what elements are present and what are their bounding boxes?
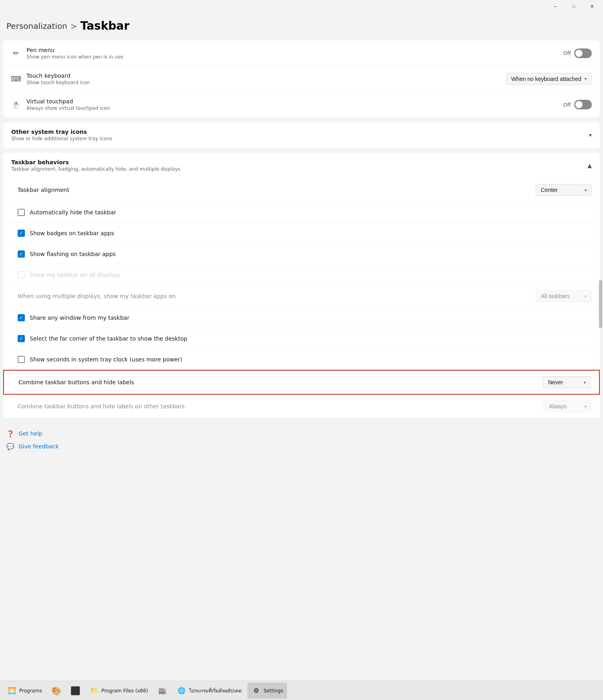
give-feedback-link[interactable]: 💬 Give feedback — [6, 442, 597, 450]
title-bar: ─ □ ✕ — [0, 0, 603, 13]
pen-menu-row: ✏️ Pen menu Show pen menu icon when pen … — [3, 40, 600, 66]
black-icon — [71, 686, 80, 695]
select-far-corner-row: Select the far corner of the taskbar to … — [3, 328, 600, 349]
auto-hide-label: Automatically hide the taskbar — [30, 209, 116, 216]
chevron-down-icon: ▾ — [585, 77, 587, 81]
taskbar-behaviors-header[interactable]: Taskbar behaviors Taskbar alignment, bad… — [3, 153, 600, 178]
combine-buttons-label: Combine taskbar buttons and hide labels — [18, 379, 134, 385]
touch-keyboard-dropdown[interactable]: When no keyboard attached ▾ — [506, 73, 592, 85]
select-far-corner-checkbox[interactable] — [18, 335, 25, 342]
browser-icon: 🌐 — [177, 686, 186, 696]
touchpad-icon: 🖱️ — [11, 100, 21, 109]
pen-menu-toggle[interactable] — [574, 48, 592, 58]
taskbar-behaviors-desc: Taskbar alignment, badging, automaticall… — [11, 166, 180, 172]
scrollbar-thumb[interactable] — [599, 280, 602, 328]
taskbar-app-settings[interactable]: ⚙️ Settings — [247, 683, 287, 699]
system-tray-title: Other system tray icons — [11, 129, 112, 135]
taskbar-behaviors-title: Taskbar behaviors — [11, 159, 180, 165]
program-files-label: Program Files (x86) — [101, 688, 148, 694]
show-badges-label: Show badges on taskbar apps — [30, 230, 114, 236]
system-tray-section: Other system tray icons Show or hide add… — [3, 122, 600, 148]
taskbar-behaviors-collapse-icon: ▲ — [587, 162, 592, 169]
scrollbar[interactable] — [598, 26, 603, 662]
share-window-checkbox[interactable] — [18, 314, 25, 321]
browser-label: โปรแกรมที่เริ่มต้ลอยัปเดต — [189, 687, 242, 694]
taskbar-app-program-files[interactable]: 📁 Program Files (x86) — [85, 683, 152, 699]
virtual-touchpad-state-label: Off — [563, 102, 571, 108]
show-flashing-checkbox[interactable] — [18, 250, 25, 258]
virtual-touchpad-desc: Always show virtual touchpad icon — [26, 105, 110, 111]
close-button[interactable]: ✕ — [583, 0, 601, 13]
chevron-down-icon: ▾ — [584, 380, 586, 385]
get-help-link[interactable]: ❓ Get help — [6, 430, 597, 438]
show-seconds-checkbox[interactable] — [18, 356, 25, 363]
taskbar-app-black[interactable] — [67, 683, 84, 699]
pen-menu-title: Pen menu — [26, 47, 123, 53]
corner-icons-section: ✏️ Pen menu Show pen menu icon when pen … — [3, 40, 600, 117]
breadcrumb-parent[interactable]: Personalization — [6, 21, 67, 31]
programs-label: Programs — [19, 688, 42, 694]
select-far-corner-label: Select the far corner of the taskbar to … — [30, 335, 187, 342]
taskbar-alignment-row: Taskbar alignment Center ▾ — [3, 178, 600, 202]
show-badges-row: Show badges on taskbar apps — [3, 223, 600, 244]
system-tray-expand-icon: ▾ — [589, 132, 592, 138]
show-badges-checkbox[interactable] — [18, 230, 25, 237]
combine-buttons-row: Combine taskbar buttons and hide labels … — [3, 370, 600, 395]
combine-other-label: Combine taskbar buttons and hide labels … — [18, 403, 184, 410]
settings-cog-icon: ⚙️ — [251, 686, 261, 696]
chevron-down-icon: ▾ — [585, 294, 587, 299]
combine-other-row: Combine taskbar buttons and hide labels … — [3, 395, 600, 418]
system-tray-desc: Show or hide additional system tray icon… — [11, 136, 112, 141]
auto-hide-row: Automatically hide the taskbar — [3, 202, 600, 223]
virtual-touchpad-toggle[interactable] — [574, 100, 592, 109]
taskbar-app-store[interactable]: 🏬 — [154, 683, 171, 699]
settings-label: Settings — [263, 688, 283, 694]
colorful-icon: 🎨 — [52, 686, 61, 696]
taskbar-app-browser[interactable]: 🌐 โปรแกรมที่เริ่มต้ลอยัปเดต — [173, 683, 246, 699]
multiple-displays-label: When using multiple displays, show my ta… — [18, 293, 176, 299]
share-window-label: Share any window from my taskbar — [30, 315, 130, 321]
breadcrumb-current: Taskbar — [80, 19, 129, 32]
minimize-button[interactable]: ─ — [546, 0, 565, 13]
auto-hide-checkbox[interactable] — [18, 209, 25, 216]
multiple-displays-row: When using multiple displays, show my ta… — [3, 285, 600, 307]
give-feedback-icon: 💬 — [6, 442, 14, 450]
taskbar-app-colorful[interactable]: 🎨 — [48, 683, 65, 699]
system-tray-header[interactable]: Other system tray icons Show or hide add… — [3, 122, 600, 148]
pen-menu-state-label: Off — [563, 50, 571, 56]
keyboard-icon: ⌨️ — [11, 74, 21, 84]
show-flashing-row: Show flashing on taskbar apps — [3, 244, 600, 264]
help-section: ❓ Get help 💬 Give feedback — [3, 423, 600, 457]
combine-buttons-dropdown[interactable]: Never ▾ — [543, 376, 591, 388]
touch-keyboard-title: Touch keyboard — [26, 73, 90, 79]
show-all-displays-checkbox[interactable] — [18, 271, 25, 278]
show-seconds-row: Show seconds in system tray clock (uses … — [3, 349, 600, 370]
maximize-button[interactable]: □ — [565, 0, 583, 13]
folder-yellow-icon: 📁 — [89, 686, 99, 696]
breadcrumb-separator: > — [71, 21, 77, 31]
multiple-displays-dropdown[interactable]: All taskbars ▾ — [536, 290, 592, 302]
virtual-touchpad-row: 🖱️ Virtual touchpad Always show virtual … — [3, 92, 600, 117]
taskbar-app-programs[interactable]: 🌅 Programs — [3, 683, 46, 699]
programs-icon: 🌅 — [7, 686, 17, 696]
pen-icon: ✏️ — [11, 48, 21, 58]
taskbar-alignment-dropdown[interactable]: Center ▾ — [536, 184, 592, 196]
show-all-displays-label: Show my taskbar on all displays — [30, 272, 120, 278]
get-help-label: Get help — [18, 430, 42, 437]
virtual-touchpad-title: Virtual touchpad — [26, 98, 110, 105]
store-icon: 🏬 — [158, 686, 167, 696]
taskbar-behaviors-section: Taskbar behaviors Taskbar alignment, bad… — [3, 153, 600, 418]
pen-menu-desc: Show pen menu icon when pen is in use — [26, 54, 123, 60]
touch-keyboard-desc: Show touch keyboard icon — [26, 80, 90, 85]
taskbar-bar: 🌅 Programs 🎨 📁 Program Files (x86) 🏬 🌐 โ… — [0, 681, 603, 700]
chevron-down-icon: ▾ — [585, 188, 587, 192]
show-flashing-label: Show flashing on taskbar apps — [30, 251, 116, 257]
share-window-row: Share any window from my taskbar — [3, 307, 600, 328]
taskbar-alignment-label: Taskbar alignment — [18, 187, 69, 193]
touch-keyboard-row: ⌨️ Touch keyboard Show touch keyboard ic… — [3, 66, 600, 92]
chevron-down-icon: ▾ — [585, 404, 587, 409]
give-feedback-label: Give feedback — [18, 443, 59, 450]
breadcrumb: Personalization > Taskbar — [3, 13, 600, 40]
show-seconds-label: Show seconds in system tray clock (uses … — [30, 356, 182, 363]
combine-other-dropdown[interactable]: Always ▾ — [544, 400, 592, 412]
